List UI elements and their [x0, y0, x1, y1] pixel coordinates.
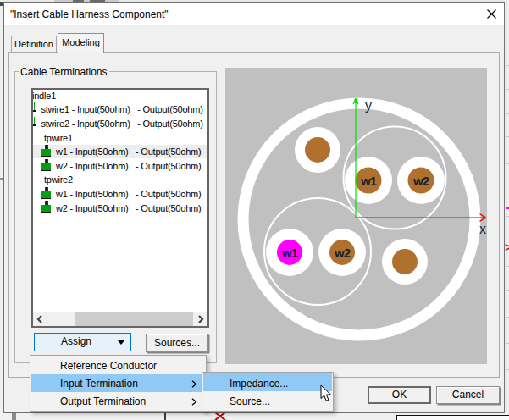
- svg-text:w2: w2: [334, 246, 351, 260]
- svg-text:w2: w2: [412, 174, 429, 188]
- svg-text:w1: w1: [281, 246, 298, 260]
- svg-text:x: x: [479, 222, 486, 236]
- svg-text:w1: w1: [360, 174, 377, 188]
- svg-text:y: y: [365, 98, 372, 113]
